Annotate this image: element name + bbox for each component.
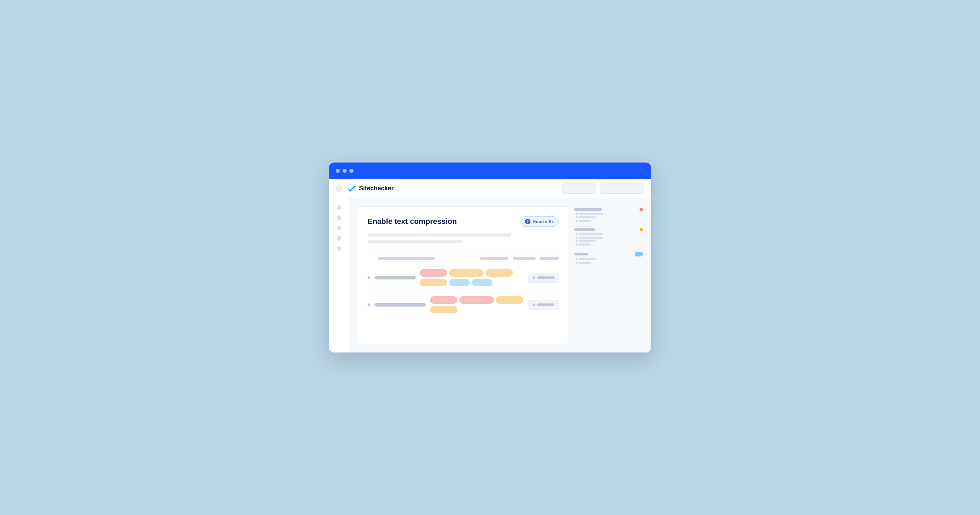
table-row — [368, 291, 559, 318]
tag-pink-1 — [420, 269, 447, 277]
toolbar-button-2[interactable] — [600, 183, 644, 194]
rs-sub-row-4 — [576, 233, 643, 235]
rs-sub-dot-6 — [576, 240, 578, 242]
toolbar-button-1[interactable] — [562, 183, 596, 194]
tag-orange-1 — [449, 269, 484, 277]
logo-icon — [347, 185, 356, 192]
rs-mini-bar-7 — [579, 243, 591, 245]
row-label-2 — [374, 303, 426, 307]
rs-bar-2 — [574, 228, 595, 231]
sidebar-nav-item-4[interactable] — [337, 236, 342, 241]
rs-bar-3 — [574, 253, 588, 256]
row-tags-1 — [420, 269, 524, 286]
rs-bar-1 — [574, 208, 602, 211]
rs-sub-row-6 — [576, 240, 643, 242]
rs-oval-blue — [635, 252, 643, 256]
sidebar-nav-item-2[interactable] — [337, 215, 342, 220]
traffic-light-minimize[interactable] — [342, 169, 347, 173]
rs-section-2 — [574, 228, 643, 247]
rs-sub-row-2 — [576, 216, 643, 218]
rs-mini-bar-1 — [579, 213, 603, 215]
row-tags-2 — [430, 296, 524, 313]
rs-dot-orange — [640, 228, 643, 231]
rs-mini-bar-5 — [579, 237, 603, 238]
th-action — [540, 257, 559, 260]
rs-mini-bar-2 — [579, 216, 596, 218]
tag-orange-5 — [430, 306, 457, 313]
rs-sub-rows-2 — [574, 233, 643, 245]
tag-orange-2 — [485, 269, 513, 277]
btn-dot-2 — [533, 304, 535, 306]
browser-window: Sitechecker Enable text compression — [329, 162, 651, 353]
rs-sub-dot-7 — [576, 243, 578, 245]
tag-orange-4 — [496, 296, 523, 304]
rs-sub-rows-1 — [574, 213, 643, 222]
tag-pink-2 — [430, 296, 457, 304]
row-bullet-1 — [368, 277, 370, 279]
rs-mini-bar-3 — [579, 220, 591, 222]
btn-bar-1 — [537, 277, 554, 279]
rs-section-3 — [574, 252, 643, 265]
table-row — [368, 264, 559, 291]
btn-dot-1 — [533, 277, 535, 279]
th-url — [378, 257, 435, 260]
table-header — [368, 254, 559, 263]
tag-blue-1 — [449, 279, 470, 286]
panel-title: Enable text compression — [368, 217, 457, 226]
th-type2 — [512, 257, 536, 260]
rs-sub-dot-3 — [576, 220, 578, 222]
rs-sub-dot-1 — [576, 213, 578, 215]
btn-bar-2 — [537, 304, 554, 306]
description-line-2 — [368, 240, 463, 243]
rs-sub-dot-8 — [576, 258, 578, 260]
rs-sub-row-7 — [576, 243, 643, 245]
help-icon: ? — [525, 219, 530, 224]
toolbar-buttons — [562, 183, 644, 194]
rs-row-main-2 — [574, 228, 643, 231]
browser-toolbar: Sitechecker — [329, 179, 651, 198]
rs-sub-rows-3 — [574, 258, 643, 264]
rs-mini-bar-4 — [579, 233, 603, 235]
row-bullet-2 — [368, 304, 370, 306]
logo-text: Sitechecker — [359, 185, 394, 192]
traffic-light-close[interactable] — [336, 169, 340, 173]
rs-sub-row-8 — [576, 258, 643, 260]
tag-orange-3 — [420, 279, 447, 286]
rs-sub-dot-5 — [576, 237, 578, 238]
rs-mini-bar-8 — [579, 258, 596, 260]
rs-sub-dot-2 — [576, 216, 578, 218]
row-label-1 — [374, 276, 415, 280]
rs-sub-row-9 — [576, 262, 643, 264]
rs-row-main-1 — [574, 208, 643, 211]
sidebar-nav-item-3[interactable] — [337, 226, 342, 230]
tag-blue-2 — [472, 279, 492, 286]
nav-back-button[interactable] — [336, 185, 342, 192]
browser-content: Enable text compression ? How to fix — [329, 198, 651, 353]
rs-mini-bar-9 — [579, 262, 591, 264]
rs-sub-row-1 — [576, 213, 643, 215]
traffic-light-maximize[interactable] — [349, 169, 353, 173]
main-content: Enable text compression ? How to fix — [349, 198, 651, 353]
content-panel: Enable text compression ? How to fix — [358, 207, 569, 344]
sidebar-nav-item-5[interactable] — [337, 246, 342, 251]
rs-sub-row-5 — [576, 237, 643, 238]
rs-sub-row-3 — [576, 220, 643, 222]
sidebar-nav-item-1[interactable] — [337, 205, 342, 210]
tag-pink-3 — [460, 296, 494, 304]
how-to-fix-label: How to fix — [533, 219, 554, 224]
how-to-fix-button[interactable]: ? How to fix — [520, 216, 559, 227]
panel-header: Enable text compression ? How to fix — [368, 216, 559, 227]
rs-sub-dot-9 — [576, 262, 578, 264]
rs-dot-red — [640, 208, 643, 211]
right-sidebar — [574, 207, 643, 344]
left-sidebar — [329, 198, 349, 353]
rs-section-1 — [574, 208, 643, 223]
rs-mini-bar-6 — [579, 240, 596, 242]
description-line-1 — [368, 234, 511, 237]
th-type1 — [480, 257, 509, 260]
rs-sub-dot-4 — [576, 233, 578, 235]
row-action-btn-1[interactable] — [528, 273, 559, 283]
rs-row-main-3 — [574, 252, 643, 256]
browser-titlebar — [329, 162, 651, 179]
row-action-btn-2[interactable] — [528, 300, 559, 310]
